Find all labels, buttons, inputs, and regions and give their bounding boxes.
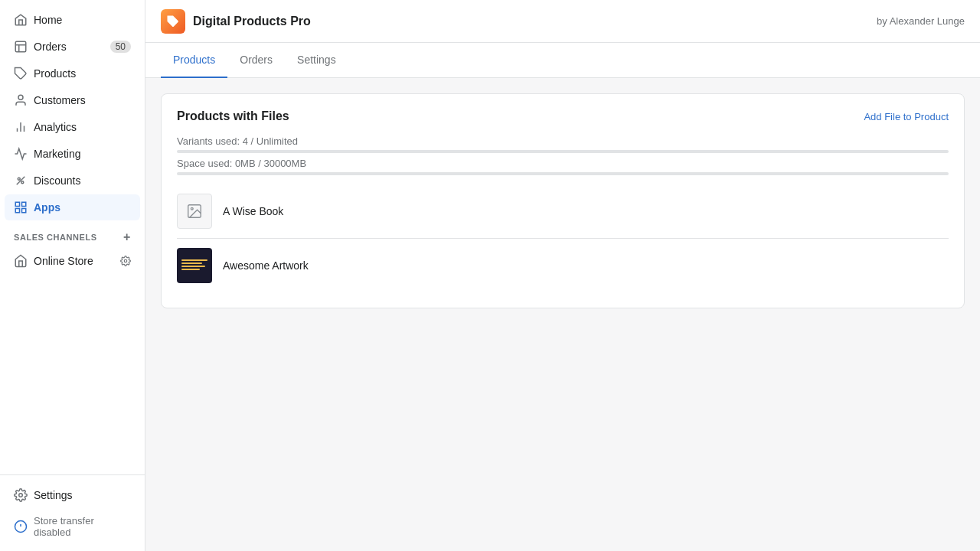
store-transfer-label: Store transfer disabled (34, 515, 131, 538)
svg-point-22 (191, 207, 193, 210)
store-icon (14, 254, 28, 268)
card-header: Products with Files Add File to Product (177, 109, 949, 123)
sidebar-item-orders[interactable]: Orders 50 (5, 34, 140, 60)
sidebar-item-products-label: Products (34, 67, 76, 80)
sidebar-bottom: Settings Store transfer disabled (0, 474, 145, 551)
sales-channels-label: SALES CHANNELS (14, 233, 97, 242)
svg-point-8 (18, 178, 20, 180)
product-item-awesome-artwork[interactable]: Awesome Artwork (177, 239, 949, 292)
analytics-icon (14, 120, 28, 134)
sales-channels-section: SALES CHANNELS + (0, 221, 145, 247)
card-title: Products with Files (177, 109, 289, 123)
awesome-artwork-thumbnail (177, 248, 212, 283)
add-file-to-product-button[interactable]: Add File to Product (864, 111, 949, 122)
svg-point-9 (21, 181, 24, 184)
app-author: by Alexander Lunge (877, 15, 965, 27)
sidebar-item-online-store-label: Online Store (34, 255, 93, 267)
svg-rect-11 (15, 202, 19, 206)
sidebar-nav: Home Orders 50 Products Customers (0, 0, 145, 474)
svg-point-4 (18, 95, 23, 99)
top-bar: Digital Products Pro by Alexander Lunge (145, 0, 980, 43)
app-title: Digital Products Pro (193, 15, 311, 28)
svg-point-15 (124, 259, 127, 262)
sidebar-item-customers-label: Customers (34, 94, 86, 106)
sidebar-item-marketing-label: Marketing (34, 148, 80, 160)
tab-orders[interactable]: Orders (227, 43, 285, 78)
tab-products[interactable]: Products (161, 43, 227, 78)
sidebar-item-apps-label: Apps (34, 201, 60, 214)
tabs-bar: Products Orders Settings (145, 43, 980, 78)
svg-rect-12 (22, 202, 26, 206)
products-card: Products with Files Add File to Product … (161, 93, 965, 308)
sidebar-item-orders-label: Orders (34, 41, 67, 53)
main-content: Digital Products Pro by Alexander Lunge … (145, 0, 980, 551)
sidebar-item-discounts[interactable]: Discounts (5, 168, 140, 194)
sidebar-item-home[interactable]: Home (5, 7, 140, 33)
variants-progress-bar-wrapper (177, 150, 949, 153)
svg-rect-0 (15, 41, 26, 52)
sidebar-item-analytics[interactable]: Analytics (5, 114, 140, 140)
page-content: Products Orders Settings Products with F… (145, 43, 980, 551)
add-sales-channel-button[interactable]: + (123, 230, 131, 244)
usage-stats: Variants used: 4 / Unlimited Space used:… (177, 135, 949, 175)
online-store-settings-icon[interactable] (120, 256, 131, 266)
discounts-icon (14, 174, 28, 187)
sidebar-item-marketing[interactable]: Marketing (5, 141, 140, 167)
sidebar-item-store-transfer[interactable]: Store transfer disabled (5, 509, 140, 544)
awesome-artwork-name: Awesome Artwork (223, 259, 309, 272)
sidebar-item-apps[interactable]: Apps (5, 194, 140, 220)
svg-rect-14 (22, 209, 26, 213)
tab-settings[interactable]: Settings (285, 43, 348, 78)
sidebar-item-settings[interactable]: Settings (5, 482, 140, 508)
marketing-icon (14, 147, 28, 161)
apps-icon (14, 201, 28, 214)
sidebar-item-products[interactable]: Products (5, 60, 140, 86)
sidebar-item-settings-label: Settings (34, 489, 73, 501)
sidebar-item-home-label: Home (34, 14, 62, 26)
product-item-wise-book[interactable]: A Wise Book (177, 184, 949, 239)
orders-badge: 50 (110, 41, 131, 53)
settings-icon (14, 488, 28, 502)
app-icon (161, 9, 185, 34)
variants-used-text: Variants used: 4 / Unlimited (177, 135, 949, 147)
products-icon (14, 67, 28, 80)
app-brand: Digital Products Pro (161, 9, 311, 34)
home-icon (14, 13, 28, 27)
wise-book-thumbnail (177, 194, 212, 229)
sidebar-item-online-store[interactable]: Online Store (5, 248, 140, 274)
sidebar-item-customers[interactable]: Customers (5, 87, 140, 113)
orders-icon (14, 40, 28, 54)
customers-icon (14, 93, 28, 107)
wise-book-name: A Wise Book (223, 205, 283, 217)
space-used-text: Space used: 0MB / 30000MB (177, 158, 949, 169)
sidebar-item-analytics-label: Analytics (34, 121, 77, 133)
svg-rect-13 (15, 209, 19, 213)
space-progress-bar-wrapper (177, 172, 949, 175)
svg-point-16 (19, 494, 23, 497)
info-icon (14, 520, 28, 533)
sidebar-item-discounts-label: Discounts (34, 174, 80, 187)
sidebar: Home Orders 50 Products Customers (0, 0, 145, 551)
